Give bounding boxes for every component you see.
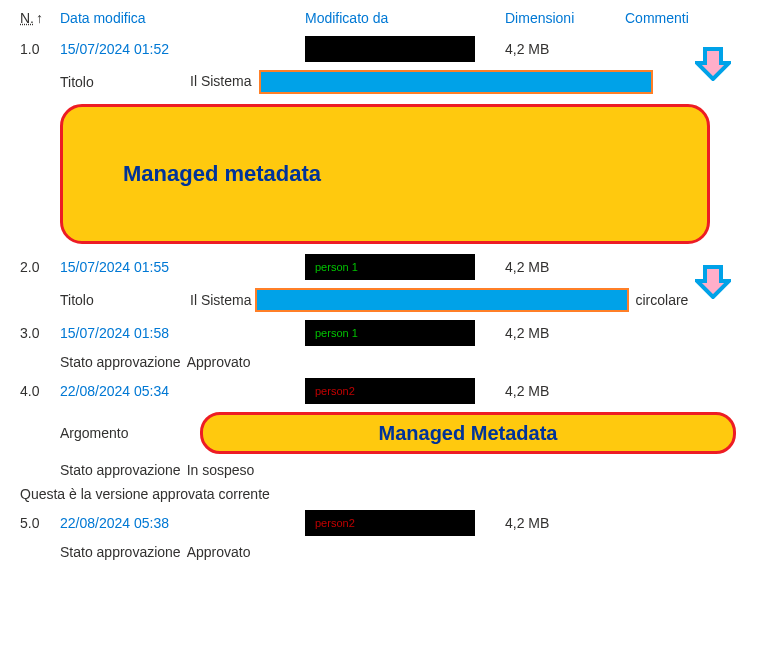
- version-number: 3.0: [20, 325, 60, 341]
- detail-approval: Stato approvazione Approvato: [20, 350, 742, 374]
- header-n-label: N.: [20, 10, 34, 26]
- detail-label: Stato approvazione: [60, 544, 181, 560]
- detail-label: Stato approvazione: [60, 354, 181, 370]
- approval-value: Approvato: [187, 544, 251, 560]
- modified-by-redacted: [305, 36, 475, 62]
- modified-by-redacted: person2: [305, 510, 475, 536]
- version-date-link[interactable]: 15/07/2024 01:52: [60, 41, 305, 57]
- detail-titolo: Titolo Il Sistema circolare: [20, 284, 742, 316]
- version-row: 3.0 15/07/2024 01:58 person 1 4,2 MB: [20, 316, 742, 350]
- modified-by-redacted: person 1: [305, 254, 475, 280]
- header-modified-by[interactable]: Modificato da: [305, 10, 505, 26]
- approval-value: In sospeso: [187, 462, 255, 478]
- managed-metadata-callout: Managed metadata: [60, 104, 710, 244]
- modified-by-redacted: person2: [305, 378, 475, 404]
- version-number: 1.0: [20, 41, 60, 57]
- version-row: 2.0 15/07/2024 01:55 person 1 4,2 MB: [20, 250, 742, 284]
- detail-label: Argomento: [60, 425, 190, 441]
- header-n[interactable]: N.↑: [20, 10, 60, 26]
- version-row: 1.0 15/07/2024 01:52 4,2 MB: [20, 32, 742, 66]
- version-size: 4,2 MB: [505, 515, 625, 531]
- version-size: 4,2 MB: [505, 259, 625, 275]
- header-size[interactable]: Dimensioni: [505, 10, 625, 26]
- download-arrow-icon: [695, 47, 731, 81]
- version-size: 4,2 MB: [505, 41, 625, 57]
- modified-by-redacted: person 1: [305, 320, 475, 346]
- version-number: 4.0: [20, 383, 60, 399]
- detail-label: Titolo: [60, 292, 190, 308]
- managed-metadata-label: Managed Metadata: [379, 422, 558, 444]
- header-date[interactable]: Data modifica: [60, 10, 305, 26]
- header-comments[interactable]: Commenti: [625, 10, 742, 26]
- detail-label: Titolo: [60, 74, 190, 90]
- titolo-value: Il Sistema: [190, 292, 251, 308]
- current-approved-note: Questa è la versione approvata corrente: [20, 482, 742, 506]
- detail-titolo: Titolo Il Sistema: [20, 66, 742, 98]
- approval-value: Approvato: [187, 354, 251, 370]
- version-date-link[interactable]: 15/07/2024 01:55: [60, 259, 305, 275]
- redacted-bar: [255, 288, 629, 312]
- download-arrow-icon: [695, 265, 731, 299]
- titolo-value: Il Sistema: [190, 73, 251, 89]
- managed-metadata-callout: Managed Metadata: [200, 412, 736, 454]
- version-date-link[interactable]: 22/08/2024 05:34: [60, 383, 305, 399]
- detail-approval: Stato approvazione Approvato: [20, 540, 742, 564]
- detail-argomento: Argomento Managed Metadata: [20, 408, 742, 458]
- version-date-link[interactable]: 15/07/2024 01:58: [60, 325, 305, 341]
- version-number: 5.0: [20, 515, 60, 531]
- version-date-link[interactable]: 22/08/2024 05:38: [60, 515, 305, 531]
- version-number: 2.0: [20, 259, 60, 275]
- detail-approval: Stato approvazione In sospeso: [20, 458, 742, 482]
- version-size: 4,2 MB: [505, 383, 625, 399]
- sort-asc-icon: ↑: [36, 10, 43, 26]
- redacted-bar: [259, 70, 653, 94]
- table-header: N.↑ Data modifica Modificato da Dimensio…: [20, 10, 742, 32]
- titolo-trailing: circolare: [635, 292, 688, 308]
- version-size: 4,2 MB: [505, 325, 625, 341]
- version-row: 4.0 22/08/2024 05:34 person2 4,2 MB: [20, 374, 742, 408]
- version-row: 5.0 22/08/2024 05:38 person2 4,2 MB: [20, 506, 742, 540]
- managed-metadata-label: Managed metadata: [123, 161, 321, 187]
- detail-label: Stato approvazione: [60, 462, 181, 478]
